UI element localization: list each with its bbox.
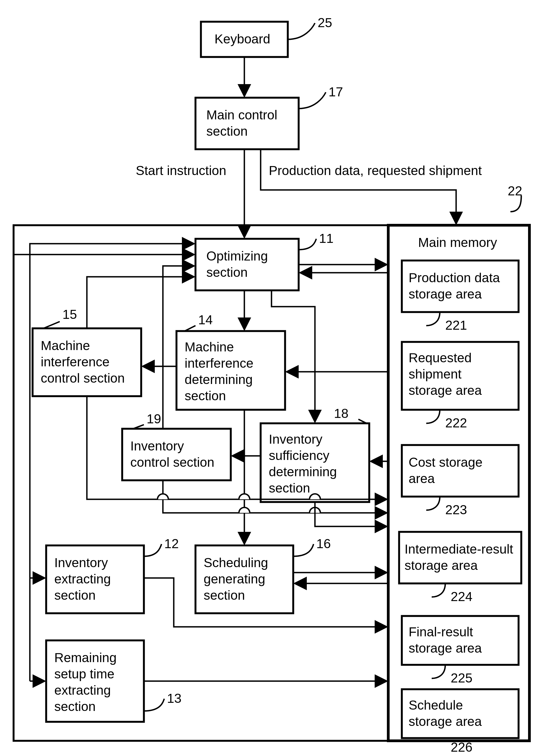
mid-l3: determining (185, 372, 253, 387)
main-control-ref-leader (299, 92, 326, 109)
main-control-l1: Main control (206, 108, 277, 122)
main-control-box: Main control section (195, 98, 299, 149)
mid-ref: 14 (198, 313, 212, 327)
iex-l3: section (54, 588, 96, 602)
mem-requested-ref-leader (426, 410, 440, 423)
hop5 (310, 494, 321, 499)
sched-l3: section (203, 588, 245, 602)
mem-schedule-box: Schedule storage area (402, 689, 519, 738)
svg-rect-8 (402, 689, 519, 738)
rst-l3: extracting (54, 683, 111, 697)
keyboard-ref: 25 (318, 15, 332, 30)
hop1 (239, 507, 250, 513)
mem-requested-ref: 222 (445, 416, 467, 430)
svg-rect-5 (402, 445, 519, 497)
mid-l1: Machine (185, 340, 234, 354)
mid-l4: section (185, 389, 226, 403)
mem-cost-ref-leader (426, 497, 440, 510)
svg-rect-6 (399, 532, 521, 583)
mem-cost-l1: Cost storage (409, 455, 482, 469)
mem-schedule-ref: 226 (451, 740, 472, 754)
mem-intermediate-l2: storage area (405, 558, 478, 573)
mem-cost-l2: area (409, 471, 435, 486)
iex-l2: extracting (54, 572, 111, 586)
sched-ref: 16 (316, 536, 331, 551)
inventory-suff-box: Inventory sufficiency determining sectio… (260, 423, 369, 502)
iex-ref-leader (144, 544, 161, 556)
mem-cost-ref: 223 (445, 503, 467, 517)
svg-rect-11 (122, 429, 231, 480)
mem-production-ref-leader (426, 312, 440, 326)
mem-production-box: Production data storage area (402, 261, 519, 312)
arrow-is-mem (315, 502, 386, 526)
mem-final-box: Final-result storage area (402, 616, 519, 665)
is-l3: determining (269, 465, 337, 479)
svg-rect-2 (195, 239, 299, 290)
mem-final-l2: storage area (409, 641, 482, 655)
main-control-ref: 17 (329, 85, 343, 99)
iex-l1: Inventory (54, 555, 108, 570)
ic-l1: Inventory (130, 439, 184, 453)
hop3 (157, 494, 168, 499)
main-control-l2: section (206, 124, 247, 138)
optimizing-ref: 11 (319, 231, 334, 246)
svg-rect-3 (402, 261, 519, 312)
machine-interf-control-box: Machine interference control section (33, 328, 141, 396)
optimizing-l1: Optimizing (206, 249, 268, 263)
main-memory-label: Main memory (418, 235, 497, 250)
arrow-mic-opt (87, 277, 193, 328)
mem-final-ref: 225 (451, 671, 472, 685)
mem-intermediate-ref: 224 (451, 589, 472, 604)
mem-production-l1: Production data (409, 271, 500, 285)
mem-requested-l2: shipment (409, 367, 462, 381)
optimizing-l2: section (206, 265, 247, 279)
mem-intermediate-ref-leader (432, 583, 445, 597)
iex-ref: 12 (164, 536, 179, 551)
is-l1: Inventory (269, 432, 322, 446)
mic-l2: interference (41, 355, 109, 369)
sched-l1: Scheduling (203, 555, 268, 570)
mem-production-ref: 221 (445, 318, 467, 332)
machine-interf-det-box: Machine interference determining section (176, 331, 285, 410)
inventory-control-box: Inventory control section (122, 429, 231, 480)
mem-intermediate-box: Intermediate-result storage area (399, 532, 521, 583)
mic-l3: control section (41, 371, 125, 385)
svg-rect-1 (195, 98, 299, 149)
rst-ref: 13 (167, 691, 181, 706)
mem-schedule-l2: storage area (409, 714, 482, 729)
rst-l2: setup time (54, 667, 114, 681)
mic-l1: Machine (41, 338, 90, 353)
start-instruction-label: Start instruction (136, 163, 226, 178)
is-l4: section (269, 481, 310, 495)
mem-final-ref-leader (432, 665, 445, 678)
optimizing-ref-leader (299, 239, 316, 250)
mem-requested-l1: Requested (409, 351, 472, 365)
mem-final-l1: Final-result (409, 625, 473, 639)
mem-schedule-l1: Schedule (409, 698, 463, 712)
is-ref: 18 (334, 406, 348, 421)
sched-l2: generating (203, 572, 265, 586)
production-data-label: Production data, requested shipment (269, 163, 482, 178)
keyboard-ref-leader (288, 23, 315, 39)
ic-ref: 19 (147, 412, 161, 426)
main-memory-ref: 22 (508, 184, 522, 198)
keyboard-box: Keyboard (201, 22, 288, 57)
keyboard-label: Keyboard (214, 32, 270, 46)
arrow-maincontrol-memory (260, 149, 456, 223)
optimizing-box: Optimizing section (195, 239, 299, 290)
mic-ref: 15 (62, 307, 77, 322)
ic-l2: control section (130, 455, 214, 469)
rst-l4: section (54, 699, 96, 714)
inventory-extracting-box: Inventory extracting section (46, 545, 144, 613)
remaining-setup-box: Remaining setup time extracting section (46, 640, 144, 722)
svg-rect-7 (402, 616, 519, 665)
scheduling-box: Scheduling generating section (195, 545, 293, 613)
hop4 (239, 494, 250, 499)
mem-requested-box: Requested shipment storage area (402, 342, 519, 410)
mem-intermediate-l1: Intermediate-result (405, 542, 513, 556)
rst-l1: Remaining (54, 650, 116, 665)
mem-production-l2: storage area (409, 287, 482, 301)
mem-cost-box: Cost storage area (402, 445, 519, 497)
mem-requested-l3: storage area (409, 383, 482, 398)
rst-ref-leader (144, 699, 164, 711)
